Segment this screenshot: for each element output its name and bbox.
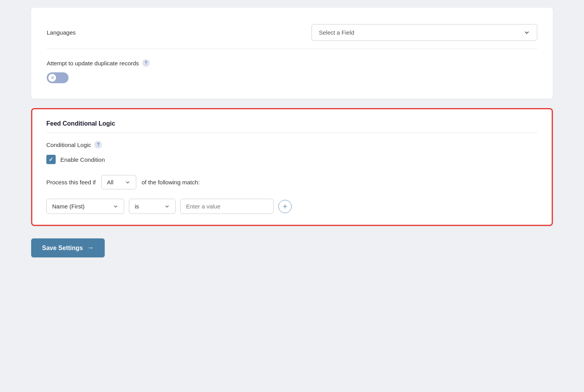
checkmark-icon: ✓ — [49, 156, 53, 163]
all-select-value: All — [107, 179, 114, 186]
languages-dropdown[interactable]: Select a Field — [311, 24, 537, 41]
languages-dropdown-value: Select a Field — [319, 29, 354, 36]
plus-icon: + — [283, 203, 287, 210]
cond-logic-label: Conditional Logic — [46, 142, 91, 148]
feed-conditional-logic-card: Feed Conditional Logic Conditional Logic… — [31, 108, 553, 226]
all-select[interactable]: All — [101, 175, 136, 189]
arrow-right-icon: → — [87, 244, 94, 252]
add-condition-button[interactable]: + — [278, 200, 292, 213]
duplicate-toggle[interactable]: ✕ — [47, 72, 69, 83]
value-input[interactable] — [180, 199, 274, 214]
conditions-row: Name (First) is + — [46, 199, 538, 214]
chevron-down-icon — [125, 180, 130, 185]
toggle-thumb: ✕ — [48, 74, 56, 82]
save-settings-button[interactable]: Save Settings → — [31, 238, 105, 257]
field-select-value: Name (First) — [52, 203, 84, 210]
process-prefix: Process this feed if — [46, 179, 96, 186]
operator-select-value: is — [135, 203, 139, 210]
enable-condition-checkbox[interactable]: ✓ — [46, 155, 56, 164]
toggle-track: ✕ — [47, 72, 69, 83]
cond-logic-help-badge[interactable]: ? — [94, 141, 102, 149]
process-row: Process this feed if All of the followin… — [46, 175, 538, 189]
chevron-down-icon — [113, 204, 118, 209]
enable-condition-row[interactable]: ✓ Enable Condition — [46, 155, 538, 164]
chevron-down-icon — [164, 204, 170, 209]
cond-card-title: Feed Conditional Logic — [46, 120, 538, 133]
field-select[interactable]: Name (First) — [46, 199, 124, 214]
chevron-down-icon — [524, 30, 530, 36]
divider — [47, 49, 537, 49]
operator-select[interactable]: is — [129, 199, 176, 214]
save-button-label: Save Settings — [42, 245, 83, 252]
duplicate-help-badge[interactable]: ? — [142, 59, 150, 67]
process-suffix: of the following match: — [142, 179, 200, 186]
duplicate-label: Attempt to update duplicate records — [47, 60, 139, 66]
enable-condition-label: Enable Condition — [60, 156, 105, 163]
languages-label: Languages — [47, 29, 76, 36]
toggle-x-icon: ✕ — [51, 76, 54, 80]
